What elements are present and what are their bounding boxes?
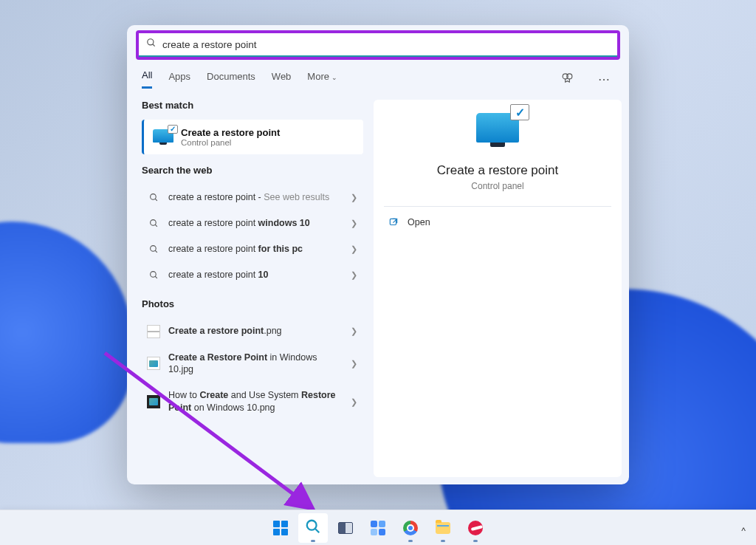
chevron-right-icon: ❯ [351,270,357,280]
image-thumbnail-icon [146,395,161,408]
chrome-icon [403,521,418,535]
tab-more[interactable]: More⌄ [307,71,337,88]
svg-point-8 [150,245,156,251]
chevron-right-icon: ❯ [351,193,357,202]
system-properties-icon: ✓ [476,113,519,148]
search-icon [305,518,321,538]
web-result[interactable]: create a restore point 10 ❯ [142,262,363,288]
task-view-button[interactable] [331,513,360,543]
results-list: Best match ✓ Create a restore point Cont… [142,100,363,477]
section-header-best-match: Best match [142,100,363,111]
open-icon [388,217,399,227]
chevron-right-icon: ❯ [351,326,357,336]
file-explorer-icon [436,522,450,534]
web-result[interactable]: create a restore point windows 10 ❯ [142,210,363,236]
photo-result[interactable]: How to Create and Use System Restore Poi… [142,383,363,421]
web-result[interactable]: create a restore point for this pc ❯ [142,236,363,262]
search-icon [146,219,161,228]
taskbar-search-button[interactable] [298,513,328,543]
svg-point-0 [148,39,154,45]
result-label: Create a Restore Point in Windows 10.jpg [168,352,343,377]
rewards-icon [561,72,574,87]
search-bar[interactable] [139,33,617,57]
chevron-right-icon: ❯ [351,244,357,254]
svg-rect-12 [390,219,396,224]
tray-chevron[interactable]: ^ [741,526,746,536]
svg-line-11 [155,276,157,278]
open-action[interactable]: Open [384,211,611,233]
search-input[interactable] [162,39,610,50]
windows-icon [273,521,288,535]
tab-all[interactable]: All [142,69,152,89]
more-options-button[interactable]: ⋯ [594,69,614,89]
chevron-right-icon: ❯ [351,397,357,407]
annotation-highlight-search [136,30,620,60]
result-label: create a restore point windows 10 [168,217,343,230]
section-header-photos: Photos [142,298,363,309]
svg-point-4 [150,194,156,200]
result-label: Create a restore point.png [168,325,343,337]
search-icon [146,193,161,202]
taskbar-app-explorer[interactable] [428,513,458,543]
taskbar-app-generic[interactable] [461,513,490,543]
svg-line-1 [153,44,155,47]
result-label: create a restore point 10 [168,269,343,281]
preview-title: Create a restore point [437,163,558,178]
search-icon [146,38,157,51]
chevron-right-icon: ❯ [351,359,357,369]
taskbar-app-chrome[interactable] [396,513,425,543]
open-label: Open [408,217,430,227]
result-label: How to Create and Use System Restore Poi… [168,389,343,414]
photo-result[interactable]: Create a restore point.png ❯ [142,318,363,345]
svg-point-10 [150,271,156,277]
app-icon [468,521,483,535]
search-panel: All Apps Documents Web More⌄ ⋯ Best matc… [127,25,629,484]
section-header-web: Search the web [142,165,363,176]
image-thumbnail-icon [146,357,161,370]
system-properties-icon: ✓ [153,129,173,145]
web-result[interactable]: create a restore point - See web results… [142,185,363,210]
start-button[interactable] [266,513,295,543]
result-label: create a restore point for this pc [168,243,343,256]
photo-result[interactable]: Create a Restore Point in Windows 10.jpg… [142,345,363,383]
image-thumbnail-icon [146,325,161,338]
rewards-button[interactable] [557,69,577,89]
svg-point-15 [307,520,317,529]
divider [384,206,611,207]
taskbar [0,510,756,545]
preview-pane: ✓ Create a restore point Control panel O… [374,100,622,477]
ellipsis-icon: ⋯ [598,72,610,86]
tab-apps[interactable]: Apps [168,71,190,88]
search-icon [146,244,161,254]
tab-documents[interactable]: Documents [207,71,255,88]
tab-web[interactable]: Web [272,71,292,88]
result-label: create a restore point - See web results [168,191,343,204]
search-icon [146,270,161,280]
result-title: Create a restore point [181,127,280,138]
preview-subtitle: Control panel [471,181,523,191]
widgets-icon [371,521,385,535]
widgets-button[interactable] [363,513,393,543]
svg-line-9 [155,250,157,253]
task-view-icon [338,522,353,534]
result-subtitle: Control panel [181,138,280,147]
chevron-right-icon: ❯ [351,219,357,228]
svg-line-16 [315,529,319,532]
filter-tabs: All Apps Documents Web More⌄ ⋯ [127,60,629,89]
svg-point-6 [150,219,156,225]
best-match-result[interactable]: ✓ Create a restore point Control panel [142,120,363,154]
svg-line-7 [155,224,157,227]
svg-line-5 [155,199,157,201]
